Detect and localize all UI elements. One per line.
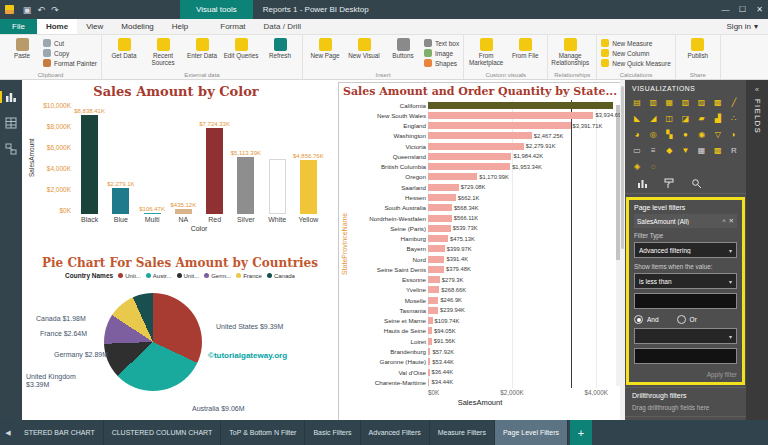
line-clustered-column-chart-icon[interactable]: ◪	[677, 111, 693, 126]
bar-row-seine-et-marne[interactable]: Seine et Marne$109.74K	[352, 316, 613, 326]
fields-tab-icon[interactable]	[637, 178, 648, 189]
legend-item-unit[interactable]: Unit...	[118, 273, 141, 279]
arcgis-map-icon[interactable]: ◌	[645, 159, 661, 174]
bar-row-seine-saint-denis[interactable]: Seine Saint Denis$379.48K	[352, 264, 613, 274]
ribbon-get-data-button[interactable]: Get Data	[106, 37, 142, 59]
stacked-bar-chart-icon[interactable]: ▤	[629, 95, 645, 110]
menu-item-format[interactable]: Format	[211, 19, 254, 34]
donut-chart-icon[interactable]: ◎	[645, 127, 661, 142]
pie[interactable]	[104, 293, 202, 391]
pie-chart-icon[interactable]: ◕	[629, 127, 645, 142]
map-icon[interactable]: ●	[677, 127, 693, 142]
line-chart-icon[interactable]: ╱	[726, 95, 742, 110]
ribbon-new-measure-button[interactable]: New Measure	[601, 39, 671, 47]
bar-row-essonne[interactable]: Essonne$279.3K	[352, 275, 613, 285]
minimize-button[interactable]: —	[717, 0, 734, 19]
sign-in-button[interactable]: Sign in ▾	[727, 19, 768, 34]
page-tab-stered-bar-chart[interactable]: STERED BAR CHART	[16, 420, 104, 445]
table-icon[interactable]: ▦	[694, 143, 710, 158]
line-stacked-column-chart-icon[interactable]: ◫	[661, 111, 677, 126]
condition-select[interactable]: is less than ▾	[634, 273, 737, 289]
area-chart-icon[interactable]: ◣	[629, 111, 645, 126]
filter-type-select[interactable]: Advanced filtering ▾	[634, 242, 737, 258]
bar-row-tasmania[interactable]: Tasmania$239.94K	[352, 305, 613, 315]
close-button[interactable]: ✕	[751, 0, 768, 19]
custom-visual-icon[interactable]: ◈	[629, 159, 645, 174]
treemap-icon[interactable]: ▚	[661, 127, 677, 142]
ribbon-buttons-button[interactable]: Buttons	[385, 37, 421, 59]
page-tab-basic-filters[interactable]: Basic Filters	[305, 420, 360, 445]
page-tab-top-bottom-n-filter[interactable]: ToP & Bottom N Filter	[221, 420, 305, 445]
column-bar-black[interactable]: $8,838.41K	[74, 102, 105, 214]
bar-row-queensland[interactable]: Queensland$1,984.42K	[352, 151, 613, 161]
ribbon-new-page-button[interactable]: New Page	[307, 37, 343, 59]
remove-filter-icon[interactable]: ✕	[729, 217, 734, 225]
report-page[interactable]: Sales Amount by Color SalesAmount $10,00…	[22, 80, 620, 420]
menu-item-help[interactable]: Help	[163, 19, 197, 34]
bar-row-brandenburg[interactable]: Brandenburg$57.92K	[352, 346, 613, 356]
maximize-button[interactable]: ☐	[734, 0, 751, 19]
filled-map-icon[interactable]: ◉	[694, 127, 710, 142]
legend-item-austr[interactable]: Austr...	[146, 273, 172, 279]
drillthrough-drop-area[interactable]: Drag drillthrough fields here	[625, 401, 746, 416]
ribbon-new-column-button[interactable]: New Column	[601, 49, 671, 57]
or-radio[interactable]	[677, 315, 686, 324]
bar-row-nordrhein-westfalen[interactable]: Nordrhein-Westfalen$566.11K	[352, 213, 613, 223]
bar-row-hauts-de-seine[interactable]: Hauts de Seine$94.05K	[352, 326, 613, 336]
column-bar-blue[interactable]: $2,279.1K	[105, 102, 136, 214]
report-view-icon[interactable]	[3, 90, 19, 104]
page-tab-measure-filters[interactable]: Measure Filters	[430, 420, 495, 445]
column-bar-yellow[interactable]: $4,856.76K	[293, 102, 324, 214]
ribbon-chart-icon[interactable]: ▰	[694, 111, 710, 126]
clustered-bar-chart-icon[interactable]: ▦	[661, 95, 677, 110]
menu-item-modeling[interactable]: Modeling	[112, 19, 162, 34]
page-tab-page-level-filters[interactable]: Page Level Filters	[495, 420, 568, 445]
ribbon-cut-button[interactable]: Cut	[43, 39, 97, 47]
new-page-button[interactable]: +	[570, 420, 592, 445]
ribbon-from-marketplace-button[interactable]: From Marketplace	[468, 37, 504, 66]
column-bar-white[interactable]	[262, 102, 293, 214]
gauge-icon[interactable]: ◗	[726, 127, 742, 142]
bar-row-south-australia[interactable]: South Australia$568.34K	[352, 203, 613, 213]
apply-filter-button[interactable]: Apply filter	[634, 367, 737, 378]
bar-row-england[interactable]: England$3,391.71K	[352, 121, 613, 131]
matrix-icon[interactable]: ▩	[710, 143, 726, 158]
page-tab-clustered-column-chart[interactable]: CLUSTERED COLUMN CHART	[104, 420, 222, 445]
legend-item-germ[interactable]: Germ...	[204, 273, 231, 279]
bar-row-garonne-haute[interactable]: Garonne (Haute)$53.44K	[352, 357, 613, 367]
multi-row-card-icon[interactable]: ≡	[645, 143, 661, 158]
bar-row-val-d-oise[interactable]: Val d'Oise$36.44K	[352, 367, 613, 377]
page-tab-advanced-filters[interactable]: Advanced Filters	[361, 420, 430, 445]
bar-row-oregon[interactable]: Oregon$1,170.99K	[352, 172, 613, 182]
model-view-icon[interactable]	[3, 142, 19, 156]
condition2-value-input[interactable]	[634, 348, 737, 364]
menu-item-home[interactable]: Home	[37, 19, 77, 34]
column-bar-red[interactable]: $7,724.33K	[199, 102, 230, 214]
and-radio[interactable]	[634, 315, 643, 324]
undo-icon[interactable]: ↶	[34, 5, 48, 15]
analytics-tab-icon[interactable]	[691, 178, 702, 189]
drillthrough-filters-title[interactable]: Drillthrough filters	[625, 387, 746, 401]
ribbon-image-button[interactable]: Image	[424, 49, 459, 57]
filter-field-chip[interactable]: SalesAmount (All) ^ ✕	[634, 214, 737, 228]
ribbon-copy-button[interactable]: Copy	[43, 49, 97, 57]
ribbon-from-file-button[interactable]: From File	[507, 37, 543, 59]
funnel-chart-icon[interactable]: ▽	[710, 127, 726, 142]
redo-icon[interactable]: ↷	[48, 5, 62, 15]
ribbon-text-box-button[interactable]: Text box	[424, 39, 459, 47]
slicer-icon[interactable]: ▼	[677, 143, 693, 158]
save-icon[interactable]: ▣	[20, 5, 34, 15]
ribbon-format-painter-button[interactable]: Format Painter	[43, 59, 97, 67]
ribbon-recent-sources-button[interactable]: Recent Sources	[145, 37, 181, 66]
fields-panel-tab[interactable]: « FIELDS	[746, 80, 768, 420]
condition2-select[interactable]: ▾	[634, 328, 737, 344]
legend-item-canada[interactable]: Canada	[267, 273, 295, 279]
legend-item-unit[interactable]: Unit...	[177, 273, 200, 279]
bar-row-moselle[interactable]: Moselle$246.9K	[352, 295, 613, 305]
100-stacked-bar-chart-icon[interactable]: ▨	[694, 95, 710, 110]
bar-row-washington[interactable]: Washington$2,467.25K	[352, 131, 613, 141]
ribbon-new-quick-measure-button[interactable]: New Quick Measure	[601, 59, 671, 67]
bar-chart-visual[interactable]: Sales Amount and Order Quantity by State…	[338, 82, 620, 420]
stacked-area-chart-icon[interactable]: ◢	[645, 111, 661, 126]
menu-item-view[interactable]: View	[77, 19, 112, 34]
